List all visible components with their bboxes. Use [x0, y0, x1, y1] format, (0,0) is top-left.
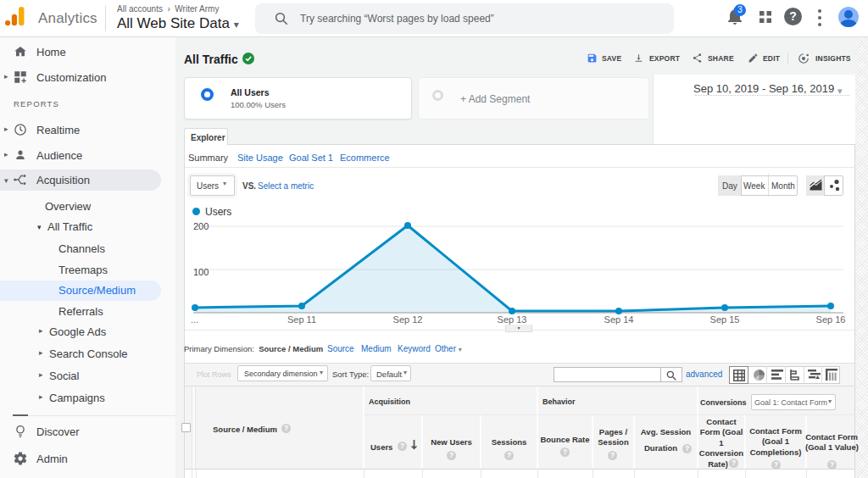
svg-text:Sep 14: Sep 14 [604, 314, 634, 325]
svg-text:200: 200 [193, 221, 209, 231]
svg-text:Sep 12: Sep 12 [393, 314, 423, 325]
svg-text:Sep 13: Sep 13 [498, 314, 527, 325]
svg-text:100: 100 [193, 267, 209, 277]
svg-text:...: ... [191, 314, 198, 325]
svg-text:Sep 16: Sep 16 [816, 314, 846, 325]
svg-text:Sep 11: Sep 11 [287, 314, 316, 325]
svg-text:Sep 15: Sep 15 [710, 314, 740, 325]
